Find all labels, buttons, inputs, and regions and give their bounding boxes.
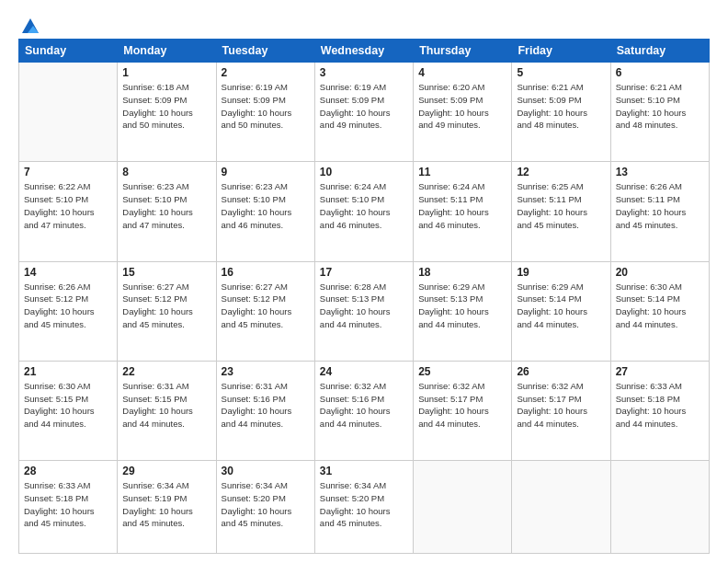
calendar-cell: 27Sunrise: 6:33 AMSunset: 5:18 PMDayligh… — [610, 361, 709, 460]
calendar-cell: 24Sunrise: 6:32 AMSunset: 5:16 PMDayligh… — [314, 361, 413, 460]
day-info: Sunrise: 6:28 AMSunset: 5:13 PMDaylight:… — [320, 281, 408, 331]
day-info: Sunrise: 6:30 AMSunset: 5:14 PMDaylight:… — [616, 281, 704, 331]
day-number: 15 — [122, 266, 210, 279]
day-number: 25 — [418, 365, 506, 378]
day-info: Sunrise: 6:22 AMSunset: 5:10 PMDaylight:… — [24, 180, 112, 231]
calendar-cell: 10Sunrise: 6:24 AMSunset: 5:10 PMDayligh… — [314, 162, 413, 261]
calendar-body: 1Sunrise: 6:18 AMSunset: 5:09 PMDaylight… — [19, 63, 710, 554]
calendar-cell: 11Sunrise: 6:24 AMSunset: 5:11 PMDayligh… — [414, 162, 512, 261]
calendar-cell: 17Sunrise: 6:28 AMSunset: 5:13 PMDayligh… — [314, 261, 413, 361]
day-info: Sunrise: 6:33 AMSunset: 5:18 PMDaylight:… — [616, 380, 704, 431]
day-info: Sunrise: 6:21 AMSunset: 5:10 PMDaylight:… — [616, 81, 704, 132]
calendar-cell: 15Sunrise: 6:27 AMSunset: 5:12 PMDayligh… — [118, 261, 216, 361]
calendar-cell: 31Sunrise: 6:34 AMSunset: 5:20 PMDayligh… — [314, 461, 413, 554]
calendar-cell: 14Sunrise: 6:26 AMSunset: 5:12 PMDayligh… — [19, 261, 118, 361]
day-number: 3 — [320, 66, 408, 79]
day-info: Sunrise: 6:26 AMSunset: 5:11 PMDaylight:… — [616, 180, 704, 231]
weekday-header-wednesday: Wednesday — [314, 40, 413, 63]
calendar-cell: 12Sunrise: 6:25 AMSunset: 5:11 PMDayligh… — [512, 162, 610, 261]
day-number: 12 — [517, 166, 605, 178]
day-number: 17 — [320, 266, 408, 279]
day-info: Sunrise: 6:29 AMSunset: 5:13 PMDaylight:… — [418, 281, 506, 331]
day-info: Sunrise: 6:24 AMSunset: 5:11 PMDaylight:… — [418, 180, 506, 231]
day-number: 14 — [24, 266, 112, 279]
day-number: 29 — [122, 465, 210, 477]
calendar-cell: 8Sunrise: 6:23 AMSunset: 5:10 PMDaylight… — [118, 162, 216, 261]
calendar-table: SundayMondayTuesdayWednesdayThursdayFrid… — [18, 39, 710, 554]
day-info: Sunrise: 6:32 AMSunset: 5:17 PMDaylight:… — [418, 380, 506, 431]
day-info: Sunrise: 6:29 AMSunset: 5:14 PMDaylight:… — [517, 281, 605, 331]
day-number: 9 — [222, 166, 310, 178]
day-number: 23 — [222, 365, 310, 378]
calendar-cell — [610, 461, 709, 554]
page: SundayMondayTuesdayWednesdayThursdayFrid… — [0, 0, 728, 563]
calendar-cell: 30Sunrise: 6:34 AMSunset: 5:20 PMDayligh… — [216, 461, 314, 554]
day-number: 2 — [222, 66, 310, 79]
day-number: 24 — [320, 365, 408, 378]
logo — [18, 17, 40, 33]
weekday-header-friday: Friday — [512, 40, 610, 63]
day-number: 27 — [616, 365, 704, 378]
day-info: Sunrise: 6:18 AMSunset: 5:09 PMDaylight:… — [122, 81, 210, 132]
calendar-cell: 16Sunrise: 6:27 AMSunset: 5:12 PMDayligh… — [216, 261, 314, 361]
calendar-cell — [19, 63, 118, 162]
calendar-cell: 28Sunrise: 6:33 AMSunset: 5:18 PMDayligh… — [19, 461, 118, 554]
calendar-cell: 20Sunrise: 6:30 AMSunset: 5:14 PMDayligh… — [610, 261, 709, 361]
day-info: Sunrise: 6:34 AMSunset: 5:20 PMDaylight:… — [222, 479, 310, 530]
day-info: Sunrise: 6:23 AMSunset: 5:10 PMDaylight:… — [122, 180, 210, 231]
day-info: Sunrise: 6:19 AMSunset: 5:09 PMDaylight:… — [320, 81, 408, 132]
calendar-week-row: 14Sunrise: 6:26 AMSunset: 5:12 PMDayligh… — [19, 261, 710, 361]
calendar-cell: 19Sunrise: 6:29 AMSunset: 5:14 PMDayligh… — [512, 261, 610, 361]
day-info: Sunrise: 6:25 AMSunset: 5:11 PMDaylight:… — [517, 180, 605, 231]
calendar-cell: 2Sunrise: 6:19 AMSunset: 5:09 PMDaylight… — [216, 63, 314, 162]
calendar-header-row: SundayMondayTuesdayWednesdayThursdayFrid… — [19, 40, 710, 63]
calendar-cell: 7Sunrise: 6:22 AMSunset: 5:10 PMDaylight… — [19, 162, 118, 261]
day-number: 26 — [517, 365, 605, 378]
day-number: 1 — [122, 66, 210, 79]
logo-icon — [20, 17, 40, 37]
header — [18, 17, 710, 33]
weekday-header-thursday: Thursday — [414, 40, 512, 63]
day-info: Sunrise: 6:27 AMSunset: 5:12 PMDaylight:… — [222, 281, 310, 331]
calendar-cell: 29Sunrise: 6:34 AMSunset: 5:19 PMDayligh… — [118, 461, 216, 554]
day-number: 5 — [517, 66, 605, 79]
calendar-week-row: 21Sunrise: 6:30 AMSunset: 5:15 PMDayligh… — [19, 361, 710, 460]
day-number: 4 — [418, 66, 506, 79]
day-info: Sunrise: 6:32 AMSunset: 5:17 PMDaylight:… — [517, 380, 605, 431]
day-number: 11 — [418, 166, 506, 178]
weekday-header-sunday: Sunday — [19, 40, 118, 63]
calendar-cell — [414, 461, 512, 554]
day-info: Sunrise: 6:26 AMSunset: 5:12 PMDaylight:… — [24, 281, 112, 331]
day-info: Sunrise: 6:33 AMSunset: 5:18 PMDaylight:… — [24, 479, 112, 530]
day-number: 20 — [616, 266, 704, 279]
day-number: 18 — [418, 266, 506, 279]
day-info: Sunrise: 6:34 AMSunset: 5:19 PMDaylight:… — [122, 479, 210, 530]
calendar-cell: 21Sunrise: 6:30 AMSunset: 5:15 PMDayligh… — [19, 361, 118, 460]
day-number: 22 — [122, 365, 210, 378]
calendar-cell: 22Sunrise: 6:31 AMSunset: 5:15 PMDayligh… — [118, 361, 216, 460]
day-info: Sunrise: 6:19 AMSunset: 5:09 PMDaylight:… — [222, 81, 310, 132]
day-info: Sunrise: 6:31 AMSunset: 5:16 PMDaylight:… — [222, 380, 310, 431]
calendar-cell: 4Sunrise: 6:20 AMSunset: 5:09 PMDaylight… — [414, 63, 512, 162]
day-info: Sunrise: 6:32 AMSunset: 5:16 PMDaylight:… — [320, 380, 408, 431]
day-number: 6 — [616, 66, 704, 79]
day-number: 28 — [24, 465, 112, 477]
calendar-cell: 25Sunrise: 6:32 AMSunset: 5:17 PMDayligh… — [414, 361, 512, 460]
calendar-cell: 23Sunrise: 6:31 AMSunset: 5:16 PMDayligh… — [216, 361, 314, 460]
day-number: 16 — [222, 266, 310, 279]
calendar-cell: 6Sunrise: 6:21 AMSunset: 5:10 PMDaylight… — [610, 63, 709, 162]
calendar-cell: 9Sunrise: 6:23 AMSunset: 5:10 PMDaylight… — [216, 162, 314, 261]
day-number: 7 — [24, 166, 112, 178]
calendar-cell: 1Sunrise: 6:18 AMSunset: 5:09 PMDaylight… — [118, 63, 216, 162]
day-info: Sunrise: 6:27 AMSunset: 5:12 PMDaylight:… — [122, 281, 210, 331]
calendar-week-row: 7Sunrise: 6:22 AMSunset: 5:10 PMDaylight… — [19, 162, 710, 261]
day-info: Sunrise: 6:23 AMSunset: 5:10 PMDaylight:… — [222, 180, 310, 231]
calendar-cell: 18Sunrise: 6:29 AMSunset: 5:13 PMDayligh… — [414, 261, 512, 361]
day-info: Sunrise: 6:30 AMSunset: 5:15 PMDaylight:… — [24, 380, 112, 431]
weekday-header-monday: Monday — [118, 40, 216, 63]
weekday-header-saturday: Saturday — [610, 40, 709, 63]
day-number: 10 — [320, 166, 408, 178]
calendar-week-row: 28Sunrise: 6:33 AMSunset: 5:18 PMDayligh… — [19, 461, 710, 554]
day-info: Sunrise: 6:20 AMSunset: 5:09 PMDaylight:… — [418, 81, 506, 132]
calendar-cell: 3Sunrise: 6:19 AMSunset: 5:09 PMDaylight… — [314, 63, 413, 162]
